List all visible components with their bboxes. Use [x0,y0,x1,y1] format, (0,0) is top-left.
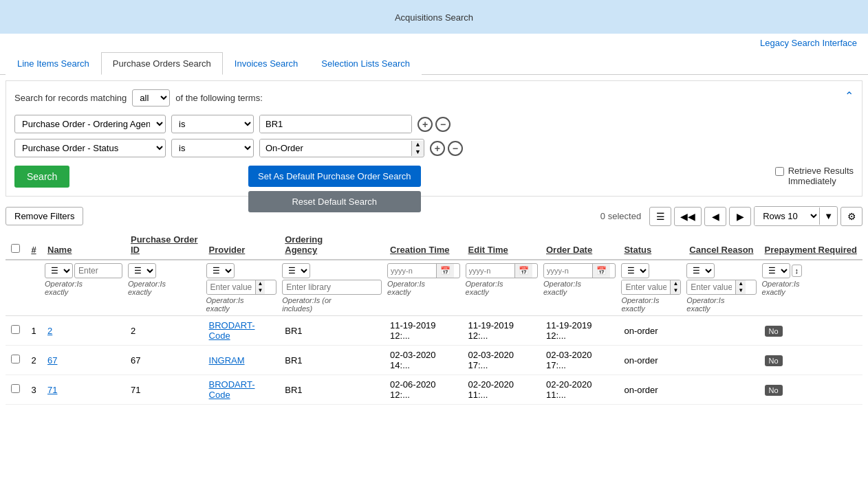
th-status-link[interactable]: Status [624,245,651,255]
spinner-up-2[interactable]: ▲ [412,141,424,148]
th-edit-time-link[interactable]: Edit Time [468,245,508,255]
filter-cancel-down[interactable]: ▼ [736,287,746,294]
th-po-id-link[interactable]: Purchase OrderID [131,234,198,255]
filter-provider-op-select[interactable]: ☰ [206,263,235,278]
search-button[interactable]: Search [14,166,69,188]
filter-creation-cal-btn[interactable]: 📅 [436,264,454,278]
row-1-status: on-order [618,316,684,346]
filter-cancel-up[interactable]: ▲ [736,280,746,287]
filter-edit-input[interactable] [466,265,514,277]
row-2-num: 2 [25,346,42,375]
filter-status-op-select[interactable]: ☰ [621,263,649,278]
filter-order-cal-btn[interactable]: 📅 [592,264,610,278]
filter-order-input[interactable] [544,265,592,277]
row-3-provider-link[interactable]: BRODART-Code [209,379,255,400]
filter-cancel-wrap: ▲ ▼ [686,280,756,295]
filter-check [6,260,25,316]
row-1-provider-link[interactable]: BRODART-Code [209,320,255,341]
row-1-checkbox[interactable] [11,325,20,334]
th-name-link[interactable]: Name [47,245,72,255]
selected-label: 0 selected [600,211,641,221]
row-2-prepayment-badge: No [765,355,783,366]
th-num-link[interactable]: # [31,245,36,255]
tab-purchase-orders[interactable]: Purchase Orders Search [101,52,223,75]
row-3-checkbox[interactable] [11,384,20,393]
remove-filters-btn[interactable]: Remove Filters [6,207,83,225]
filter-creation-input[interactable] [388,265,436,277]
add-row-1-btn[interactable]: + [417,117,433,132]
set-default-btn[interactable]: Set As Default Purchase Order Search [248,166,421,187]
row-2-name-link[interactable]: 67 [47,355,57,366]
filter-status-up[interactable]: ▲ [671,280,680,287]
match-label: Search for records matching [14,93,127,103]
filter-name-input[interactable] [74,263,122,278]
search-row-2: Purchase Order - Status is is not ▲ ▼ + … [14,139,854,157]
legacy-search-link[interactable]: Legacy Search Interface [760,38,857,48]
operator-select-1[interactable]: is is not contains [171,115,254,133]
row-2-checkbox[interactable] [11,355,20,363]
th-prepayment: Prepayment Required [759,230,862,260]
filter-cancel-input[interactable] [687,280,735,294]
filter-po-op-select[interactable]: ☰ [128,263,156,278]
tab-line-items[interactable]: Line Items Search [6,52,101,75]
prev-page-btn[interactable]: ◀ [704,207,726,226]
rows-select[interactable]: Rows 10 Rows 20 Rows 50 Rows 100 [755,207,819,225]
table-body: 1 2 2 BRODART-Code BR1 11-19-2019 12:...… [6,316,862,405]
select-all-checkbox[interactable] [11,244,20,253]
tab-invoices[interactable]: Invoices Search [223,52,310,75]
first-page-btn[interactable]: ◀◀ [674,207,702,226]
field-select-1[interactable]: Purchase Order - Ordering Agency [14,115,166,133]
th-provider-link[interactable]: Provider [209,245,246,255]
reset-default-btn[interactable]: Reset Default Search [248,191,421,212]
retrieve-checkbox[interactable] [775,167,784,176]
th-creation-time-link[interactable]: Creation Time [390,245,449,255]
collapse-icon[interactable]: ⌃ [845,89,854,102]
filter-status-input[interactable] [622,280,670,294]
th-num: # [25,230,42,260]
operator-select-2[interactable]: is is not [171,139,254,157]
filter-provider-up[interactable]: ▲ [256,280,265,287]
retrieve-check-wrap: Retrieve Results Immediately [775,166,854,186]
remove-row-2-btn[interactable]: − [448,141,463,156]
filter-edit-cal-btn[interactable]: 📅 [514,264,532,278]
filter-provider-down[interactable]: ▼ [256,287,265,294]
settings-btn[interactable]: ⚙ [840,207,862,226]
th-cancel-reason-link[interactable]: Cancel Reason [689,245,753,255]
th-check [6,230,25,260]
retrieve-label: Retrieve Results Immediately [788,166,854,186]
value-input-2[interactable] [260,139,411,157]
spinner-down-2[interactable]: ▼ [412,148,424,156]
sort-icon-btn[interactable]: ☰ [649,207,671,226]
filter-name-op-select[interactable]: ☰ [45,263,73,278]
rows-dropdown-btn[interactable]: ▼ [819,208,837,225]
th-prepayment-link[interactable]: Prepayment Required [765,245,857,255]
filter-agency-op-select[interactable]: ☰ [282,263,310,278]
row-2-provider-link[interactable]: INGRAM [209,355,245,366]
filter-provider-input[interactable] [207,280,255,294]
th-order-date-link[interactable]: Order Date [546,245,592,255]
row-3-name-link[interactable]: 71 [47,385,57,395]
add-row-2-btn[interactable]: + [430,141,445,156]
filter-cancel-op-select[interactable]: ☰ [686,263,715,278]
match-select[interactable]: all any [132,89,170,107]
row-2-order: 02-03-2020 17:... [541,346,618,375]
filter-provider-wrap: ▲ ▼ [206,280,277,295]
filter-prepayment-sort-btn[interactable]: ↕ [792,265,803,277]
field-select-2[interactable]: Purchase Order - Status [14,139,166,157]
value-input-1[interactable] [260,115,411,133]
filter-prepayment-op-select[interactable]: ☰ [762,263,790,278]
row-1-name-link[interactable]: 2 [47,326,52,336]
filter-cancel-op-label: Operator:Isexactly [686,296,756,313]
filter-creation-wrap: 📅 [387,263,459,278]
row-1-provider: BRODART-Code [204,316,280,346]
remove-row-1-btn[interactable]: − [435,117,451,132]
filter-order-wrap: 📅 [543,263,616,278]
tab-selection-lists[interactable]: Selection Lists Search [310,52,422,75]
row-1-creation: 11-19-2019 12:... [384,316,462,346]
filter-order-date: 📅 Operator:Isexactly [541,260,618,316]
filter-status-down[interactable]: ▼ [671,287,680,294]
filter-edit-time: 📅 Operator:Isexactly [463,260,541,316]
th-ordering-agency-link[interactable]: OrderingAgency [285,234,323,255]
filter-agency-input[interactable] [282,280,382,295]
next-page-btn[interactable]: ▶ [729,207,751,226]
